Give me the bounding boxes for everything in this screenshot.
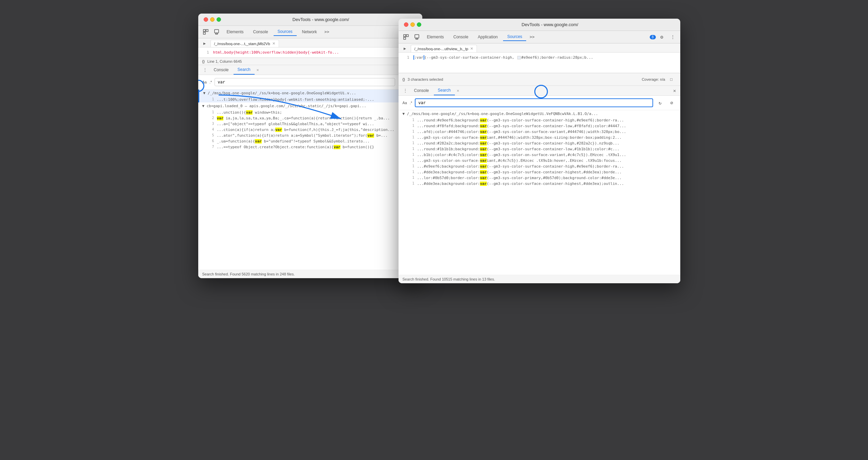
maximize-button[interactable] [217,17,221,22]
result-row-2-6[interactable]: 6 _.ua=function(a){var b="undefined"!=ty… [198,138,422,144]
search-refresh-btn-right[interactable]: ↻ [656,98,665,107]
result-row-r-12[interactable]: 1 ...#dde3ea;background-color:var(--gm3-… [399,181,680,187]
search-case-option-left[interactable]: Aa [202,80,207,84]
search-regex-option-right[interactable]: .* [410,101,412,105]
result-line-num: 1 [209,97,214,101]
bottom-panel-right: ⋮ Console Search ✕ ✕ Aa .* ↻ ⊘ ▼ /_/mss/… [399,86,680,283]
search-results-right[interactable]: ▼ /_/mss/boq-one-google/_/ss/k=boq-one-g… [399,110,680,275]
result-row-2-7[interactable]: 7 ...==typeof Object.create?Object.creat… [198,144,422,150]
result-row-r-7[interactable]: 1 ...b1b);color:#c4c7c5;color:var(--gm3-… [399,152,680,158]
search-input-left[interactable] [215,78,395,86]
result-row-1-1[interactable]: 1 ...t:100%;overflow:hidden}body{-webkit… [198,97,422,102]
format-icon-right[interactable]: {} [403,77,405,81]
result-text: ...b1b);color:#c4c7c5;color:var(--gm3-sy… [417,153,676,157]
result-row-2-4[interactable]: 4 ...ction(a){if(a)return a;var b=functi… [198,127,422,133]
minimize-button[interactable] [210,17,215,22]
expand-panel-icon[interactable]: ▶ [201,40,208,47]
result-line-num: 1 [409,130,414,133]
result-file-header-1-left[interactable]: ▼ /_/mss/boq-one-google/_/ss/k=boq-one-g… [198,90,422,97]
tab-elements-right[interactable]: Elements [423,33,448,41]
maximize-button-right[interactable] [417,22,421,27]
notification-badge: 8 [650,35,656,39]
search-clear-btn-right[interactable]: ⊘ [667,98,676,107]
svg-rect-5 [404,35,406,37]
result-row-r-6[interactable]: 1 ...round:#1b1b1b;background:var(--gm3-… [399,146,680,152]
result-row-2-2[interactable]: 2 var ia,ja,la,sa,ta,xa,ya,Ba;_.ca=funct… [198,115,422,121]
search-results-left[interactable]: ▼ /_/mss/boq-one-google/_/ss/k=boq-one-g… [198,90,422,270]
close-button-right[interactable] [404,22,408,27]
file-tab-close[interactable]: ✕ [272,41,275,46]
tab-console-right[interactable]: Console [449,33,473,41]
devtools-window-left: DevTools - www.google.com/ Elements Cons… [198,14,422,278]
more-tabs-icon[interactable]: >> [322,28,331,36]
device-icon-right[interactable] [412,32,422,42]
file-tab-close-right[interactable]: ✕ [470,46,473,51]
line-number-right: 1 [403,55,409,60]
result-line-num: 7 [209,145,214,149]
svg-rect-8 [415,35,419,38]
result-row-2-3[interactable]: 3 ...a=["object"==typeof globalThis&&glo… [198,121,422,127]
devtools-toolbar-left: Elements Console Sources Network >> [198,26,422,38]
result-row-r-3[interactable]: 1 ...afd);color:#444746;color:var(--gm3-… [399,129,680,135]
more-options-icon[interactable]: ⋮ [668,32,678,42]
result-row-r-2[interactable]: 1 ...round:#f8fafd;background:var(--gm3-… [399,123,680,129]
panel-tab-console-right[interactable]: Console [410,86,433,95]
search-area-right: Aa .* ↻ ⊘ [399,96,680,110]
settings-icon[interactable]: ⚙ [657,32,667,42]
panel-menu-icon-left[interactable]: ⋮ [201,66,209,74]
result-row-r-4[interactable]: 1 ...gm3-sys-color-on-surface-variant,#4… [399,135,680,140]
result-text: ...ator",function(a){if(a)return a;a=Sym… [217,133,418,138]
result-text: ...#dde3ea;background-color:var(--gm3-sy… [417,181,676,186]
result-row-r-9[interactable]: 1 ...#e9eef6;background-color:var(--gm3-… [399,164,680,169]
result-text: ...a=["object"==typeof globalThis&&globa… [217,122,418,126]
tab-application-right[interactable]: Application [474,33,502,41]
more-tabs-icon-right[interactable]: >> [528,33,536,41]
inspect-icon-right[interactable] [401,32,411,42]
tab-network[interactable]: Network [298,28,321,36]
tab-console[interactable]: Console [249,28,272,36]
minimize-button-right[interactable] [410,22,415,27]
result-row-r-5[interactable]: 1 ...round:#282a2c;background:var(--gm3-… [399,140,680,146]
title-bar-right: DevTools - www.google.com/ [399,19,680,31]
expand-panel-icon-right[interactable]: ▶ [401,45,409,52]
result-row-r-1[interactable]: 1 ...round:#e9eef6;background:var(--gm3-… [399,117,680,123]
tab-sources-right[interactable]: Sources [503,33,526,41]
panel-close-left[interactable]: ✕ [255,65,260,74]
panel-tab-search-right[interactable]: Search [434,86,455,95]
close-panel-btn-right[interactable]: ✕ [672,87,677,95]
search-regex-option-left[interactable]: .* [209,80,212,84]
svg-rect-3 [215,30,219,33]
result-row-r-11[interactable]: 1 ...lor:#0b57d0;border-color:var(--gm3-… [399,175,680,181]
result-text: ...#e9eef6;background-color:var(--gm3-sy… [417,164,676,169]
search-input-right[interactable] [415,98,653,107]
panel-tab-search-left[interactable]: Search [234,65,255,75]
panel-menu-icon-right[interactable]: ⋮ [401,87,409,95]
device-icon[interactable] [212,27,221,37]
panel-close-right[interactable]: ✕ [456,86,461,95]
result-file-header-2-left[interactable]: ▼ cb=gapi.loaded_0 — apis.google.com/_/s… [198,102,422,110]
result-text: var ia,ja,la,sa,ta,xa,ya,Ba;_.ca=functio… [217,116,418,120]
line-number-left: 1 [202,50,209,55]
tab-elements[interactable]: Elements [223,28,248,36]
result-line-num: 6 [209,139,214,143]
result-line-num: 1 [409,118,414,122]
result-line-num: 1 [409,158,414,162]
file-tab-right[interactable]: /_/mss/boq-one-...uthview,_b,_tp ✕ [411,45,477,52]
tab-sources[interactable]: Sources [274,28,297,36]
result-row-r-10[interactable]: 1 ...#dde3ea;background-color:var(--gm3-… [399,169,680,175]
coverage-icon[interactable]: □ [667,75,676,84]
window-title-right: DevTools - www.google.com/ [425,22,675,27]
result-line-num: 1 [409,135,414,139]
result-file-1-name-right: ▼ /_/mss/boq-one-google/_/ss/k=boq-one-g… [403,112,598,116]
close-button[interactable] [204,17,208,22]
result-row-2-5[interactable]: 5 ...ator",function(a){if(a)return a;a=S… [198,133,422,138]
result-row-r-8[interactable]: 1 ...gm3-sys-color-on-surface-variant,#c… [399,158,680,164]
panel-tab-console-left[interactable]: Console [210,65,233,74]
result-file-header-1-right[interactable]: ▼ /_/mss/boq-one-google/_/ss/k=boq-one-g… [399,110,680,117]
file-tab-left[interactable]: /_/mss/boq-one-...t,_stam,jMb2Vb ✕ [210,40,279,47]
search-case-option-right[interactable]: Aa [403,101,407,105]
inspect-icon[interactable] [201,27,210,37]
result-row-2-1[interactable]: 1 ...unction(){var window=this; [198,110,422,115]
format-icon[interactable]: {} [202,59,205,63]
devtools-window-right: DevTools - www.google.com/ Elements Cons… [399,19,680,283]
